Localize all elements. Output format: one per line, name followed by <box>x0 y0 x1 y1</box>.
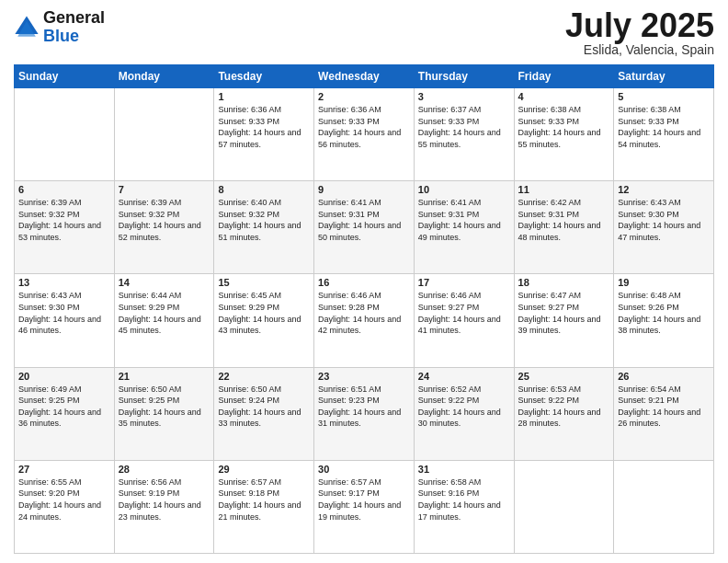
main-title: July 2025 <box>565 9 714 42</box>
col-wednesday: Wednesday <box>314 65 415 88</box>
day-number: 21 <box>119 371 210 382</box>
col-thursday: Thursday <box>414 65 514 88</box>
day-info: Sunrise: 6:46 AMSunset: 9:27 PMDaylight:… <box>418 290 510 336</box>
calendar-week-1: 1Sunrise: 6:36 AMSunset: 9:33 PMDaylight… <box>15 88 714 181</box>
calendar-cell: 14Sunrise: 6:44 AMSunset: 9:29 PMDayligh… <box>114 274 214 367</box>
calendar-cell: 9Sunrise: 6:41 AMSunset: 9:31 PMDaylight… <box>314 181 415 274</box>
day-number: 25 <box>518 371 610 382</box>
logo-blue: Blue <box>43 27 79 45</box>
day-number: 4 <box>518 91 610 102</box>
day-info: Sunrise: 6:53 AMSunset: 9:22 PMDaylight:… <box>518 384 610 430</box>
calendar-cell: 8Sunrise: 6:40 AMSunset: 9:32 PMDaylight… <box>214 181 314 274</box>
day-number: 11 <box>518 184 610 195</box>
day-number: 10 <box>418 184 510 195</box>
calendar-week-4: 20Sunrise: 6:49 AMSunset: 9:25 PMDayligh… <box>15 367 714 460</box>
day-number: 19 <box>618 277 710 288</box>
logo-text: General Blue <box>43 9 105 46</box>
day-number: 16 <box>318 277 410 288</box>
day-info: Sunrise: 6:52 AMSunset: 9:22 PMDaylight:… <box>418 384 510 430</box>
day-info: Sunrise: 6:43 AMSunset: 9:30 PMDaylight:… <box>18 290 110 336</box>
day-number: 24 <box>418 371 510 382</box>
col-tuesday: Tuesday <box>214 65 314 88</box>
title-block: July 2025 Eslida, Valencia, Spain <box>565 9 714 57</box>
day-number: 9 <box>318 184 410 195</box>
calendar-cell: 26Sunrise: 6:54 AMSunset: 9:21 PMDayligh… <box>614 367 714 460</box>
day-info: Sunrise: 6:41 AMSunset: 9:31 PMDaylight:… <box>418 197 510 243</box>
day-info: Sunrise: 6:50 AMSunset: 9:24 PMDaylight:… <box>218 384 310 430</box>
logo: General Blue <box>14 9 105 46</box>
calendar-week-5: 27Sunrise: 6:55 AMSunset: 9:20 PMDayligh… <box>15 460 714 553</box>
day-number: 17 <box>418 277 510 288</box>
day-number: 12 <box>618 184 710 195</box>
day-number: 6 <box>18 184 110 195</box>
calendar-cell: 4Sunrise: 6:38 AMSunset: 9:33 PMDaylight… <box>514 88 614 181</box>
day-number: 30 <box>318 464 410 475</box>
day-info: Sunrise: 6:38 AMSunset: 9:33 PMDaylight:… <box>518 104 610 150</box>
calendar-cell: 11Sunrise: 6:42 AMSunset: 9:31 PMDayligh… <box>514 181 614 274</box>
logo-icon <box>14 15 40 40</box>
day-number: 1 <box>218 91 310 102</box>
day-info: Sunrise: 6:37 AMSunset: 9:33 PMDaylight:… <box>418 104 510 150</box>
day-info: Sunrise: 6:50 AMSunset: 9:25 PMDaylight:… <box>119 384 210 430</box>
day-number: 3 <box>418 91 510 102</box>
page: General Blue July 2025 Eslida, Valencia,… <box>0 0 728 563</box>
day-info: Sunrise: 6:46 AMSunset: 9:28 PMDaylight:… <box>318 290 410 336</box>
day-number: 29 <box>218 464 310 475</box>
calendar-cell <box>514 460 614 553</box>
day-number: 5 <box>618 91 710 102</box>
day-info: Sunrise: 6:44 AMSunset: 9:29 PMDaylight:… <box>119 290 210 336</box>
logo-general: General <box>43 8 105 27</box>
calendar-cell: 17Sunrise: 6:46 AMSunset: 9:27 PMDayligh… <box>414 274 514 367</box>
calendar-cell: 2Sunrise: 6:36 AMSunset: 9:33 PMDaylight… <box>314 88 415 181</box>
calendar-cell: 30Sunrise: 6:57 AMSunset: 9:17 PMDayligh… <box>314 460 415 553</box>
calendar-cell: 1Sunrise: 6:36 AMSunset: 9:33 PMDaylight… <box>214 88 314 181</box>
col-friday: Friday <box>514 65 614 88</box>
day-number: 14 <box>119 277 210 288</box>
day-number: 31 <box>418 464 510 475</box>
day-info: Sunrise: 6:56 AMSunset: 9:19 PMDaylight:… <box>119 477 210 523</box>
calendar-cell: 21Sunrise: 6:50 AMSunset: 9:25 PMDayligh… <box>114 367 214 460</box>
day-info: Sunrise: 6:49 AMSunset: 9:25 PMDaylight:… <box>18 384 110 430</box>
day-info: Sunrise: 6:48 AMSunset: 9:26 PMDaylight:… <box>618 290 710 336</box>
day-number: 26 <box>618 371 710 382</box>
calendar-cell: 18Sunrise: 6:47 AMSunset: 9:27 PMDayligh… <box>514 274 614 367</box>
calendar-cell <box>614 460 714 553</box>
calendar-cell <box>114 88 214 181</box>
calendar-cell: 22Sunrise: 6:50 AMSunset: 9:24 PMDayligh… <box>214 367 314 460</box>
subtitle: Eslida, Valencia, Spain <box>565 42 714 57</box>
calendar: Sunday Monday Tuesday Wednesday Thursday… <box>14 64 714 554</box>
calendar-cell: 5Sunrise: 6:38 AMSunset: 9:33 PMDaylight… <box>614 88 714 181</box>
day-number: 22 <box>218 371 310 382</box>
calendar-cell: 6Sunrise: 6:39 AMSunset: 9:32 PMDaylight… <box>15 181 115 274</box>
day-number: 23 <box>318 371 410 382</box>
day-number: 15 <box>218 277 310 288</box>
day-info: Sunrise: 6:36 AMSunset: 9:33 PMDaylight:… <box>218 104 310 150</box>
calendar-cell: 23Sunrise: 6:51 AMSunset: 9:23 PMDayligh… <box>314 367 415 460</box>
day-info: Sunrise: 6:54 AMSunset: 9:21 PMDaylight:… <box>618 384 710 430</box>
day-info: Sunrise: 6:57 AMSunset: 9:18 PMDaylight:… <box>218 477 310 523</box>
col-monday: Monday <box>114 65 214 88</box>
calendar-week-3: 13Sunrise: 6:43 AMSunset: 9:30 PMDayligh… <box>15 274 714 367</box>
day-info: Sunrise: 6:57 AMSunset: 9:17 PMDaylight:… <box>318 477 410 523</box>
calendar-header-row: Sunday Monday Tuesday Wednesday Thursday… <box>15 65 714 88</box>
day-info: Sunrise: 6:42 AMSunset: 9:31 PMDaylight:… <box>518 197 610 243</box>
calendar-cell: 31Sunrise: 6:58 AMSunset: 9:16 PMDayligh… <box>414 460 514 553</box>
calendar-cell: 28Sunrise: 6:56 AMSunset: 9:19 PMDayligh… <box>114 460 214 553</box>
calendar-cell: 16Sunrise: 6:46 AMSunset: 9:28 PMDayligh… <box>314 274 415 367</box>
calendar-cell: 10Sunrise: 6:41 AMSunset: 9:31 PMDayligh… <box>414 181 514 274</box>
calendar-cell: 3Sunrise: 6:37 AMSunset: 9:33 PMDaylight… <box>414 88 514 181</box>
day-info: Sunrise: 6:38 AMSunset: 9:33 PMDaylight:… <box>618 104 710 150</box>
calendar-cell: 25Sunrise: 6:53 AMSunset: 9:22 PMDayligh… <box>514 367 614 460</box>
calendar-cell: 20Sunrise: 6:49 AMSunset: 9:25 PMDayligh… <box>15 367 115 460</box>
calendar-week-2: 6Sunrise: 6:39 AMSunset: 9:32 PMDaylight… <box>15 181 714 274</box>
calendar-cell: 15Sunrise: 6:45 AMSunset: 9:29 PMDayligh… <box>214 274 314 367</box>
calendar-cell: 27Sunrise: 6:55 AMSunset: 9:20 PMDayligh… <box>15 460 115 553</box>
day-info: Sunrise: 6:40 AMSunset: 9:32 PMDaylight:… <box>218 197 310 243</box>
calendar-cell: 19Sunrise: 6:48 AMSunset: 9:26 PMDayligh… <box>614 274 714 367</box>
day-number: 28 <box>119 464 210 475</box>
day-info: Sunrise: 6:55 AMSunset: 9:20 PMDaylight:… <box>18 477 110 523</box>
day-info: Sunrise: 6:39 AMSunset: 9:32 PMDaylight:… <box>119 197 210 243</box>
day-number: 7 <box>119 184 210 195</box>
day-number: 27 <box>18 464 110 475</box>
day-info: Sunrise: 6:43 AMSunset: 9:30 PMDaylight:… <box>618 197 710 243</box>
